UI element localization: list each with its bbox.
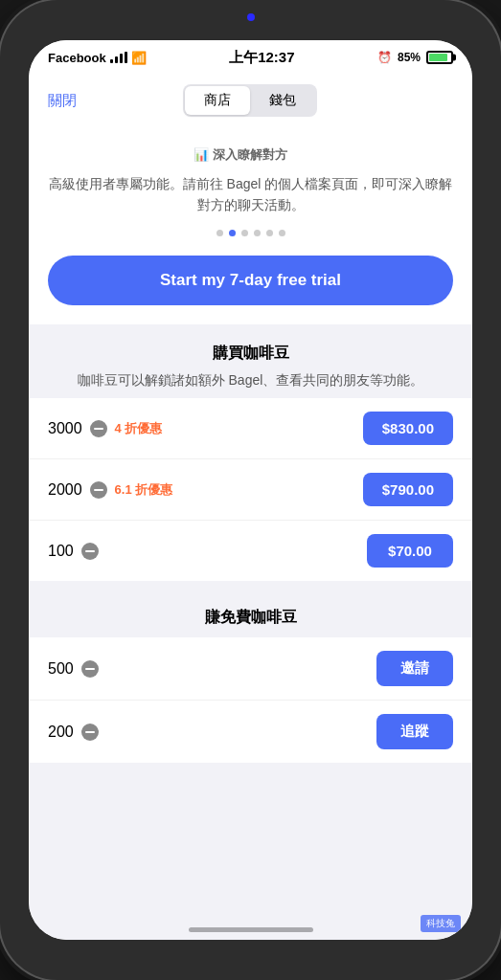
discount-badge-2000: 6.1 折優惠 <box>115 481 173 499</box>
app-content: 📊 深入瞭解對方 高級使用者專屬功能。請前往 Bagel 的個人檔案頁面，即可深… <box>29 128 472 940</box>
dot-0 <box>216 230 223 236</box>
status-left: Facebook 📶 <box>48 51 147 65</box>
free-bean-icon-500 <box>81 660 99 678</box>
bean-info-3000: 3000 4 折優惠 <box>48 420 162 437</box>
svg-text:📊 深入瞭解對方: 📊 深入瞭解對方 <box>194 146 288 163</box>
dot-4 <box>266 230 273 236</box>
watermark: 科技兔 <box>421 915 461 932</box>
bean-icon-100 <box>81 543 99 560</box>
free-beans-title: 賺免費咖啡豆 <box>48 608 453 628</box>
home-indicator <box>189 927 313 932</box>
free-beans-section: 賺免費咖啡豆 500 邀請 200 <box>29 592 472 763</box>
free-bean-amount-200: 200 <box>48 724 74 741</box>
wifi-icon: 📶 <box>131 51 147 65</box>
battery-indicator <box>426 51 453 64</box>
purchase-item-100: 100 $70.00 <box>29 521 472 581</box>
purchase-item-2000: 2000 6.1 折優惠 $790.00 <box>29 459 472 521</box>
shop-header: 購買咖啡豆 咖啡豆可以解鎖諸如額外 Bagel、查看共同的朋友等功能。 <box>29 324 472 398</box>
top-dot <box>247 13 255 21</box>
purchase-item-3000: 3000 4 折優惠 $830.00 <box>29 398 472 459</box>
bean-amount-100: 100 <box>48 543 74 560</box>
dot-1 <box>229 230 236 236</box>
status-time: 上午12:37 <box>229 49 294 67</box>
bean-info-100: 100 <box>48 543 99 560</box>
free-item-200: 200 追蹤 <box>29 701 472 763</box>
price-button-100[interactable]: $70.00 <box>367 534 453 568</box>
feature-description: 高級使用者專屬功能。請前往 Bagel 的個人檔案頁面，即可深入瞭解對方的聊天活… <box>48 173 453 216</box>
dot-2 <box>241 230 248 236</box>
signal-icon <box>110 52 127 63</box>
shop-description: 咖啡豆可以解鎖諸如額外 Bagel、查看共同的朋友等功能。 <box>48 369 453 390</box>
bean-icon-2000 <box>90 481 107 499</box>
feature-card: 📊 深入瞭解對方 高級使用者專屬功能。請前往 Bagel 的個人檔案頁面，即可深… <box>29 128 472 324</box>
phone-frame: Facebook 📶 上午12:37 ⏰ 85% <box>0 0 501 980</box>
bean-info-2000: 2000 6.1 折優惠 <box>48 481 172 499</box>
price-button-2000[interactable]: $790.00 <box>363 473 453 506</box>
free-item-500: 500 邀請 <box>29 637 472 701</box>
free-beans-list: 500 邀請 200 追蹤 <box>29 637 472 763</box>
free-bean-amount-500: 500 <box>48 660 74 678</box>
battery-fill <box>429 54 447 61</box>
trial-button[interactable]: Start my 7-day free trial <box>48 256 453 305</box>
bean-amount-3000: 3000 <box>48 420 82 437</box>
status-right: ⏰ 85% <box>377 51 453 64</box>
dot-5 <box>279 230 285 236</box>
status-bar: Facebook 📶 上午12:37 ⏰ 85% <box>29 40 472 75</box>
follow-button[interactable]: 追蹤 <box>376 714 453 749</box>
discount-badge-3000: 4 折優惠 <box>115 420 163 437</box>
battery-pct: 85% <box>398 51 421 64</box>
close-button[interactable]: 關閉 <box>48 92 77 110</box>
free-bean-info-200: 200 <box>48 724 99 741</box>
carrier-text: Facebook <box>48 51 106 65</box>
dot-3 <box>254 230 261 236</box>
alarm-icon: ⏰ <box>377 51 392 64</box>
battery-bar <box>426 51 453 64</box>
free-beans-header: 賺免費咖啡豆 <box>29 592 472 637</box>
invite-button[interactable]: 邀請 <box>376 651 453 686</box>
bean-amount-2000: 2000 <box>48 481 82 499</box>
tab-wallet[interactable]: 錢包 <box>250 86 315 115</box>
purchase-list: 3000 4 折優惠 $830.00 2000 6.1 折優惠 $790.00 <box>29 398 472 581</box>
free-bean-icon-200 <box>81 724 99 741</box>
pagination-dots <box>48 230 453 236</box>
bean-icon-3000 <box>90 420 107 437</box>
tab-group: 商店 錢包 <box>183 84 317 117</box>
shop-title: 購買咖啡豆 <box>48 344 453 364</box>
tab-shop[interactable]: 商店 <box>185 86 250 115</box>
nav-area: 關閉 商店 錢包 <box>29 75 472 128</box>
price-button-3000[interactable]: $830.00 <box>363 412 453 445</box>
phone-screen: Facebook 📶 上午12:37 ⏰ 85% <box>29 40 472 940</box>
free-bean-info-500: 500 <box>48 660 99 678</box>
feature-title: 📊 深入瞭解對方 <box>48 144 453 166</box>
